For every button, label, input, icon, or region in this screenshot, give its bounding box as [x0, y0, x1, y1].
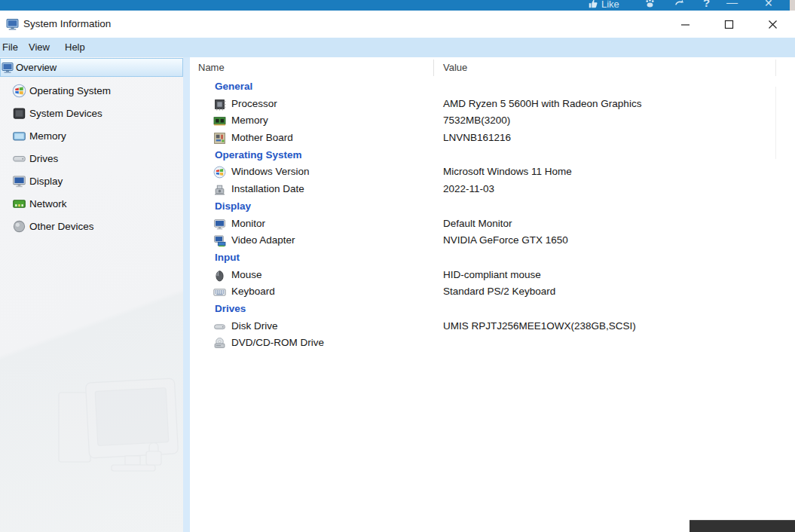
sidebar-item-overview[interactable]: Overview: [0, 58, 183, 77]
dvd-drive-icon: [213, 337, 226, 350]
strip-minimize-icon[interactable]: —: [726, 0, 738, 8]
row-label: Keyboard: [231, 283, 275, 301]
details-panel: Name Value General Processor AMD Ryzen 5…: [190, 57, 795, 532]
monitor-icon: [213, 218, 226, 231]
help-icon[interactable]: ?: [703, 0, 710, 8]
column-header-name[interactable]: Name: [198, 57, 225, 78]
cpu-icon: [213, 98, 226, 111]
row-value: Microsoft Windows 11 Home: [443, 164, 572, 181]
sidebar-item-label: Memory: [29, 130, 66, 142]
maximize-button[interactable]: [711, 11, 746, 38]
section-label: General: [215, 78, 252, 96]
section-row-operating-system: Operating System: [190, 147, 795, 164]
like-button[interactable]: Like: [601, 0, 619, 10]
sidebar-item-network[interactable]: Network: [0, 192, 183, 215]
sidebar-item-label: Other Devices: [29, 221, 94, 232]
row-value: NVIDIA GeForce GTX 1650: [443, 232, 568, 249]
network-icon: [12, 197, 26, 211]
menu-bar: File View Help: [0, 38, 795, 57]
sidebar-item-display[interactable]: Display: [0, 170, 183, 192]
system-information-app-icon: [6, 18, 19, 31]
windows-orb-icon: [12, 84, 26, 98]
row-label: Windows Version: [231, 164, 310, 181]
section-label: Input: [215, 249, 240, 267]
column-separator[interactable]: [775, 60, 776, 76]
row-value: LNVNB161216: [443, 130, 511, 147]
strip-close-icon[interactable]: ✕: [764, 0, 773, 8]
row-label: Memory: [231, 112, 268, 130]
menu-view[interactable]: View: [26, 38, 52, 57]
paw-icon[interactable]: [644, 0, 656, 11]
sidebar-item-drives[interactable]: Drives: [0, 147, 183, 170]
sidebar-item-other-devices[interactable]: Other Devices: [0, 215, 183, 237]
row-value: Standard PS/2 Keyboard: [443, 283, 555, 301]
windows-orb-icon: [213, 166, 226, 179]
row-installation-date[interactable]: Installation Date 2022-11-03: [190, 181, 795, 198]
background-dark-bar: [690, 520, 795, 532]
title-bar: System Information: [0, 11, 795, 38]
section-row-display: Display: [190, 198, 795, 216]
row-dvd-cdrom-drive[interactable]: DVD/CD-ROM Drive: [190, 335, 795, 352]
screen-edge-sliver: [790, 0, 795, 11]
section-label: Display: [215, 198, 251, 216]
row-value: HID-compliant mouse: [443, 267, 541, 284]
background-app-bar: Like ? — ✕: [0, 0, 795, 11]
row-value: Default Monitor: [443, 216, 512, 233]
sidebar-item-operating-system[interactable]: Operating System: [0, 79, 183, 102]
close-button[interactable]: [755, 11, 790, 38]
row-memory[interactable]: Memory 7532MB(3200): [190, 112, 795, 130]
sidebar-separator: [183, 57, 190, 532]
undo-arrow-icon[interactable]: [674, 0, 685, 11]
row-windows-version[interactable]: Windows Version Microsoft Windows 11 Hom…: [190, 164, 795, 181]
row-label: Video Adapter: [231, 232, 295, 249]
sidebar-item-system-devices[interactable]: System Devices: [0, 102, 183, 124]
video-card-icon: [213, 234, 226, 247]
drive-icon: [12, 151, 26, 166]
details-rows: General Processor AMD Ryzen 5 5600H with…: [190, 78, 795, 352]
menu-help[interactable]: Help: [63, 38, 87, 57]
computer-icon: [2, 62, 14, 74]
row-label: Mother Board: [231, 130, 293, 147]
row-label: Monitor: [231, 216, 265, 233]
section-row-general: General: [190, 78, 795, 96]
installer-icon: [213, 183, 226, 196]
menu-file[interactable]: File: [0, 38, 20, 57]
sidebar-item-label: Network: [29, 198, 67, 209]
row-value: 7532MB(3200): [443, 112, 510, 130]
device-icon: [12, 106, 26, 121]
row-mother-board[interactable]: Mother Board LNVNB161216: [190, 130, 795, 147]
row-label: DVD/CD-ROM Drive: [231, 335, 324, 352]
section-label: Drives: [215, 301, 246, 318]
mouse-icon: [213, 269, 226, 282]
row-mouse[interactable]: Mouse HID-compliant mouse: [190, 267, 795, 284]
row-monitor[interactable]: Monitor Default Monitor: [190, 216, 795, 233]
row-value: 2022-11-03: [443, 181, 494, 198]
window-title: System Information: [23, 18, 111, 29]
keyboard-icon: [213, 286, 226, 298]
row-disk-drive[interactable]: Disk Drive UMIS RPJTJ256MEE1OWX(238GB,SC…: [190, 318, 795, 335]
row-value: AMD Ryzen 5 5600H with Radeon Graphics: [443, 96, 641, 113]
sidebar-item-label: Display: [29, 176, 63, 187]
computer-watermark-image: [53, 378, 181, 491]
row-label: Installation Date: [231, 181, 304, 198]
thumbs-up-icon[interactable]: [588, 0, 598, 11]
row-value: UMIS RPJTJ256MEE1OWX(238GB,SCSI): [443, 318, 636, 335]
motherboard-icon: [213, 132, 226, 145]
row-processor[interactable]: Processor AMD Ryzen 5 5600H with Radeon …: [190, 96, 795, 113]
section-row-drives: Drives: [190, 301, 795, 318]
sidebar-item-label: Operating System: [29, 85, 111, 96]
memory-icon: [12, 129, 26, 143]
ram-icon: [213, 115, 226, 127]
column-header-value[interactable]: Value: [443, 57, 467, 78]
row-video-adapter[interactable]: Video Adapter NVIDIA GeForce GTX 1650: [190, 232, 795, 249]
sphere-icon: [12, 219, 26, 234]
row-label: Processor: [231, 96, 277, 113]
row-keyboard[interactable]: Keyboard Standard PS/2 Keyboard: [190, 283, 795, 301]
column-separator[interactable]: [433, 60, 434, 76]
row-label: Mouse: [231, 267, 262, 284]
monitor-icon: [12, 174, 26, 188]
row-label: Disk Drive: [231, 318, 278, 335]
section-label: Operating System: [215, 147, 302, 164]
sidebar-item-memory[interactable]: Memory: [0, 124, 183, 147]
minimize-button[interactable]: [668, 11, 702, 38]
